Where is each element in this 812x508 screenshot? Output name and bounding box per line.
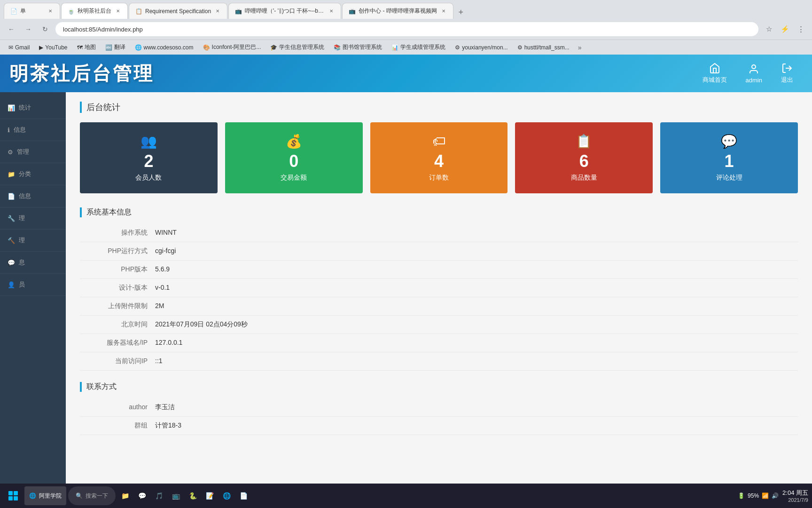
- clock-time: 2:04 周五: [782, 489, 808, 497]
- bookmark-map[interactable]: 🗺 地图: [73, 42, 100, 52]
- nav-admin-label: admin: [746, 77, 762, 84]
- info-currentip-value: ::1: [155, 357, 163, 365]
- tab-1[interactable]: 📄 单 ✕: [4, 3, 60, 19]
- bookmark-student-info[interactable]: 🎓 学生信息管理系统: [266, 42, 328, 52]
- nav-shop-label: 商城首页: [703, 76, 727, 84]
- bookmarks-more[interactable]: »: [575, 44, 585, 51]
- taskbar-explorer[interactable]: 📁: [117, 488, 133, 500]
- svg-rect-4: [8, 496, 13, 500]
- tab-4[interactable]: 📺 哔哩哔哩（'- '∥)つ口 干杯~--bili... ✕: [228, 3, 341, 19]
- sidebar-item-info3[interactable]: 💬 息: [0, 252, 66, 274]
- info-row-php-ver: PHP版本 5.6.9: [80, 261, 798, 279]
- taskbar-search[interactable]: 🔍 搜索一下: [68, 486, 116, 500]
- tab-3-close[interactable]: ✕: [214, 8, 221, 15]
- contact-title: 联系方式: [80, 382, 798, 392]
- browser-icon: 🌐: [29, 492, 36, 499]
- stat-card-trade[interactable]: 💰 0 交易金额: [225, 122, 363, 193]
- bookmark-translate[interactable]: 🔤 翻译: [102, 42, 129, 52]
- bookmark-github2[interactable]: ⚙ husttl/tmall_ssm...: [514, 43, 573, 52]
- main-layout: 📊 统计 ℹ 信息 ⚙ 管理 📁 分类 📄 信息 🔧 理: [0, 92, 812, 489]
- menu-button[interactable]: ⋮: [794, 23, 807, 36]
- manage2-icon: 🔧: [8, 215, 15, 222]
- taskbar-wps[interactable]: 📝: [202, 488, 217, 500]
- taskbar-browser[interactable]: 🌐 阿里学院: [24, 486, 66, 500]
- sidebar-item-stats[interactable]: 📊 统计: [0, 97, 66, 119]
- taskbar-chrome[interactable]: 🌐: [219, 488, 234, 500]
- stat-card-members[interactable]: 👥 2 会员人数: [80, 122, 218, 193]
- taskbar-wechat[interactable]: 💬: [134, 488, 149, 500]
- info3-icon: 💬: [8, 259, 15, 266]
- address-input[interactable]: localhost:85/Admin/index.php: [55, 22, 758, 36]
- back-button[interactable]: ←: [5, 23, 18, 36]
- main-content: 后台统计 👥 2 会员人数 💰 0 交易金额 🏷 4: [66, 92, 812, 489]
- tab-3[interactable]: 📋 Requirement Specification ✕: [129, 3, 227, 19]
- stat-card-orders[interactable]: 🏷 4 订单数: [370, 122, 508, 193]
- bookmark-button[interactable]: ☆: [762, 23, 775, 36]
- stat-card-products[interactable]: 📋 6 商品数量: [515, 122, 653, 193]
- contact-section: 联系方式 author 李玉洁 群组 计管18-3: [80, 382, 798, 435]
- orders-icon: 🏷: [432, 134, 445, 149]
- info-row-current-ip: 当前访问IP ::1: [80, 352, 798, 371]
- clock[interactable]: 2:04 周五 2021/7/9: [782, 489, 808, 500]
- sidebar-item-info2[interactable]: 📄 信息: [0, 185, 66, 207]
- sidebar-manage1-label: 管理: [17, 148, 29, 156]
- tab-5-close[interactable]: ✕: [440, 8, 447, 15]
- svg-rect-5: [14, 496, 18, 500]
- taskbar-word[interactable]: 📄: [236, 488, 251, 500]
- nav-admin[interactable]: admin: [736, 59, 772, 88]
- bookmark-youtube[interactable]: ▶ YouTube: [35, 43, 71, 52]
- info-phpmode-value: cgi-fcgi: [155, 247, 176, 255]
- info1-icon: ℹ: [8, 127, 10, 134]
- stat-members-value: 2: [144, 153, 153, 170]
- tab-1-close[interactable]: ✕: [47, 8, 54, 15]
- sys-tray: 🔋 95% 📶 🔊: [738, 492, 779, 499]
- volume-icon: 🔊: [772, 492, 779, 499]
- nav-logout[interactable]: 退出: [772, 58, 803, 89]
- new-tab-button[interactable]: +: [454, 6, 468, 19]
- tab-3-favicon: 📋: [135, 8, 142, 15]
- contact-table: author 李玉洁 群组 计管18-3: [80, 398, 798, 435]
- forward-button[interactable]: →: [22, 23, 35, 36]
- info-currentip-label: 当前访问IP: [80, 357, 155, 365]
- info-row-os: 操作系统 WINNT: [80, 224, 798, 242]
- bookmark-codesoso-label: www.codesoso.com: [144, 44, 194, 51]
- tab-2-close[interactable]: ✕: [114, 8, 122, 15]
- github1-icon: ⚙: [455, 44, 460, 51]
- comments-icon: 💬: [721, 134, 737, 149]
- bookmark-library[interactable]: 📚 图书馆管理系统: [330, 42, 386, 52]
- sidebar-item-manage1[interactable]: ⚙ 管理: [0, 141, 66, 163]
- bookmark-iconfont[interactable]: 🎨 Iconfont-阿里巴巴...: [199, 42, 265, 52]
- stat-orders-label: 订单数: [429, 174, 449, 182]
- stat-comments-label: 评论处理: [716, 174, 742, 182]
- extensions-button[interactable]: ⚡: [778, 23, 791, 36]
- nav-shop-home[interactable]: 商城首页: [693, 58, 736, 89]
- bookmark-grade[interactable]: 📊 学生成绩管理系统: [388, 42, 449, 52]
- sidebar-item-manage2[interactable]: 🔧 理: [0, 207, 66, 230]
- iconfont-icon: 🎨: [203, 44, 210, 51]
- reload-button[interactable]: ↻: [39, 23, 52, 36]
- manage3-icon: 🔨: [8, 237, 15, 244]
- tab-4-close[interactable]: ✕: [328, 8, 335, 15]
- tab-5[interactable]: 📺 创作中心 - 哔哩哔哩弹幕视频网 ✕: [342, 3, 453, 19]
- contact-row-group: 群组 计管18-3: [80, 417, 798, 435]
- site-header: 明茶社后台管理 商城首页 admin: [0, 55, 812, 92]
- tab-2[interactable]: 🍵 秋明茶社后台 ✕: [61, 3, 128, 19]
- sidebar-item-info1[interactable]: ℹ 信息: [0, 119, 66, 141]
- sidebar-item-user[interactable]: 👤 员: [0, 274, 66, 296]
- taskbar-netease[interactable]: 🎵: [151, 488, 166, 500]
- taskbar-start-button[interactable]: [4, 486, 23, 500]
- taskbar-pyc[interactable]: 🐍: [185, 488, 200, 500]
- info-os-value: WINNT: [155, 229, 177, 237]
- info-row-php-mode: PHP运行方式 cgi-fcgi: [80, 242, 798, 261]
- stat-trade-value: 0: [289, 153, 298, 170]
- sidebar-item-category[interactable]: 📁 分类: [0, 163, 66, 185]
- site-title: 明茶社后台管理: [9, 61, 154, 87]
- stat-card-comments[interactable]: 💬 1 评论处理: [660, 122, 798, 193]
- bookmark-github1[interactable]: ⚙ youxianyen/mon...: [451, 43, 511, 52]
- stats-section: 后台统计 👥 2 会员人数 💰 0 交易金额 🏷 4: [80, 102, 798, 193]
- bookmark-gmail[interactable]: ✉ Gmail: [5, 43, 33, 52]
- sidebar-item-manage3[interactable]: 🔨 理: [0, 230, 66, 252]
- bookmark-codesoso[interactable]: 🌐 www.codesoso.com: [131, 43, 197, 52]
- bookmark-map-label: 地图: [85, 43, 96, 51]
- taskbar-bilibili[interactable]: 📺: [168, 488, 183, 500]
